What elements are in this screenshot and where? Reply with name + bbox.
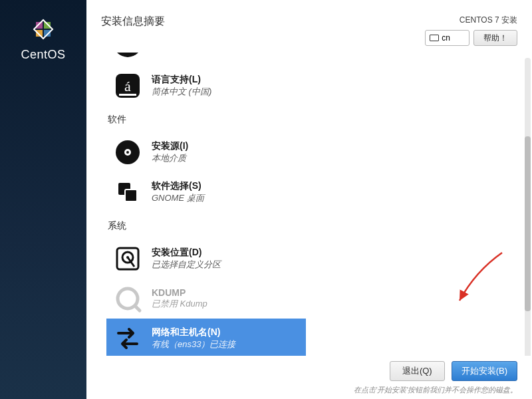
centos-logo-icon [30, 16, 57, 43]
quit-button[interactable]: 退出(Q) [390, 361, 445, 381]
item-subtitle: 已选择自定义分区 [152, 259, 221, 271]
svg-rect-3 [44, 30, 51, 37]
item-install-source[interactable]: 安装源(I) 本地介质 [106, 132, 306, 172]
item-subtitle: GNOME 桌面 [152, 192, 204, 204]
harddisk-icon [113, 244, 142, 273]
footer-hint: 在点击'开始安装'按钮前我们并不会操作您的磁盘。 [354, 385, 517, 395]
svg-rect-0 [36, 22, 43, 29]
brand-text: CentOS [21, 48, 65, 62]
item-language-support[interactable]: á 语言支持(L) 简体中文 (中国) [106, 66, 306, 106]
item-subtitle: 本地介质 [152, 152, 188, 164]
svg-rect-6 [119, 94, 136, 96]
svg-text:á: á [124, 78, 131, 94]
svg-rect-1 [44, 22, 51, 29]
item-subtitle: 简体中文 (中国) [152, 86, 211, 98]
item-network-hostname[interactable]: 网络和主机名(N) 有线（ens33）已连接 [106, 319, 306, 358]
item-software-selection[interactable]: 软件选择(S) GNOME 桌面 [106, 172, 306, 212]
item-subtitle: 有线（ens33）已连接 [152, 338, 235, 350]
item-install-destination[interactable]: 安装位置(D) 已选择自定义分区 [106, 239, 306, 279]
install-label: CENTOS 7 安装 [460, 15, 517, 26]
svg-rect-11 [125, 190, 137, 201]
section-heading-software: 软件 [108, 114, 503, 126]
item-title: KDUMP [152, 287, 207, 298]
item-title: 安装源(I) [152, 140, 188, 152]
language-icon: á [113, 71, 142, 100]
svg-rect-2 [36, 30, 43, 37]
content-area: á 语言支持(L) 简体中文 (中国) 软件 [86, 51, 523, 399]
item-kdump[interactable]: KDUMP 已禁用 Kdump [106, 279, 306, 319]
scroll-thumb[interactable] [525, 136, 531, 311]
item-subtitle: 已禁用 Kdump [152, 298, 207, 310]
item-title: 网络和主机名(N) [152, 327, 235, 338]
scrollbar[interactable] [525, 58, 531, 359]
keyboard-layout-selector[interactable]: cn [425, 30, 469, 46]
topbar: 安装信息摘要 CENTOS 7 安装 cn 帮助！ [86, 0, 532, 51]
section-heading-system: 系统 [108, 220, 503, 232]
help-button[interactable]: 帮助！ [473, 30, 517, 46]
sidebar: CentOS [0, 0, 86, 399]
keyboard-layout-code: cn [442, 33, 450, 43]
item-title: 软件选择(S) [152, 180, 204, 192]
begin-install-button[interactable]: 开始安装(B) [452, 361, 517, 381]
item-title: 安装位置(D) [152, 247, 221, 259]
kdump-icon [113, 284, 142, 313]
package-icon [113, 178, 142, 207]
page-title: 安装信息摘要 [101, 15, 425, 29]
footer: 退出(Q) 开始安装(B) 在点击'开始安装'按钮前我们并不会操作您的磁盘。 [86, 356, 532, 399]
keyboard-icon [430, 35, 439, 41]
svg-point-9 [126, 151, 129, 154]
item-title: 语言支持(L) [152, 74, 211, 86]
disc-icon [113, 138, 142, 167]
item-datetime-partial[interactable] [106, 51, 306, 66]
clock-icon [113, 53, 142, 63]
network-icon [113, 324, 142, 353]
